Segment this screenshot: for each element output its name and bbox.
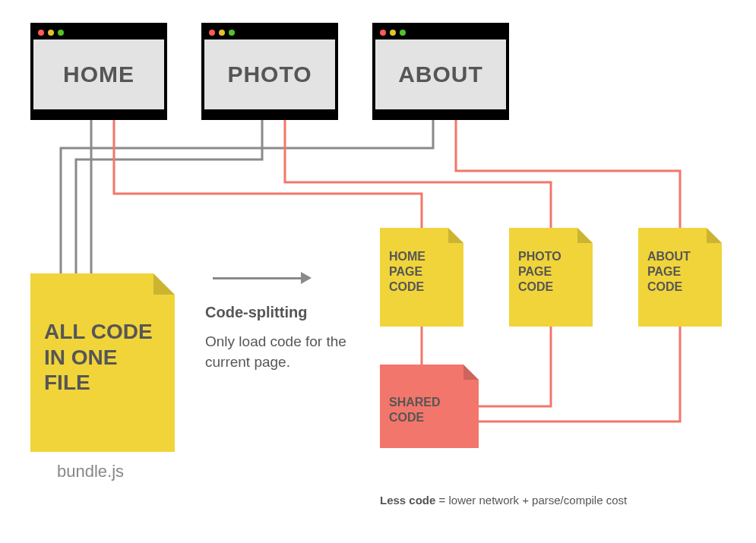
minimize-icon (219, 30, 225, 36)
footnote-bold: Less code (380, 494, 435, 507)
explanation-heading: Code-splitting (205, 304, 365, 321)
close-icon (380, 30, 386, 36)
file-label: PHOTO PAGE CODE (518, 249, 584, 295)
footerbar (204, 109, 335, 117)
browser-window-about: ABOUT (372, 23, 509, 120)
file-label: HOME PAGE CODE (389, 249, 454, 295)
titlebar (33, 26, 164, 39)
maximize-icon (229, 30, 235, 36)
diagram-canvas: { "browsers": { "home": { "label": "HOME… (0, 0, 756, 543)
folded-corner-icon (153, 273, 175, 295)
folded-corner-icon (448, 228, 463, 243)
explanation-body: Only load code for the current page. (205, 332, 365, 372)
file-chunk-about: ABOUT PAGE CODE (638, 228, 722, 327)
file-chunk-photo: PHOTO PAGE CODE (509, 228, 593, 327)
file-bundle-all: ALL CODE IN ONE FILE (30, 273, 175, 452)
titlebar (204, 26, 335, 39)
titlebar (375, 26, 506, 39)
file-label: ALL CODE IN ONE FILE (44, 319, 161, 396)
page-label: HOME (33, 39, 164, 109)
minimize-icon (390, 30, 396, 36)
file-chunk-home: HOME PAGE CODE (380, 228, 463, 327)
close-icon (38, 30, 44, 36)
folded-corner-icon (707, 228, 722, 243)
maximize-icon (400, 30, 406, 36)
folded-corner-icon (463, 365, 479, 380)
page-label: PHOTO (204, 39, 335, 109)
browser-window-photo: PHOTO (201, 23, 338, 120)
file-label: ABOUT PAGE CODE (647, 249, 713, 295)
bundle-filename-caption: bundle.js (57, 462, 124, 481)
file-label: SHARED CODE (389, 395, 470, 425)
footerbar (375, 109, 506, 117)
folded-corner-icon (577, 228, 593, 243)
browser-window-home: HOME (30, 23, 167, 120)
footnote-rest: = lower network + parse/compile cost (435, 494, 627, 507)
page-label: ABOUT (375, 39, 506, 109)
file-chunk-shared: SHARED CODE (380, 365, 479, 448)
close-icon (209, 30, 215, 36)
footnote: Less code = lower network + parse/compil… (380, 494, 627, 507)
arrow-right-icon (213, 270, 312, 286)
maximize-icon (58, 30, 64, 36)
minimize-icon (48, 30, 54, 36)
footerbar (33, 109, 164, 117)
explanation-block: Code-splitting Only load code for the cu… (205, 304, 365, 372)
